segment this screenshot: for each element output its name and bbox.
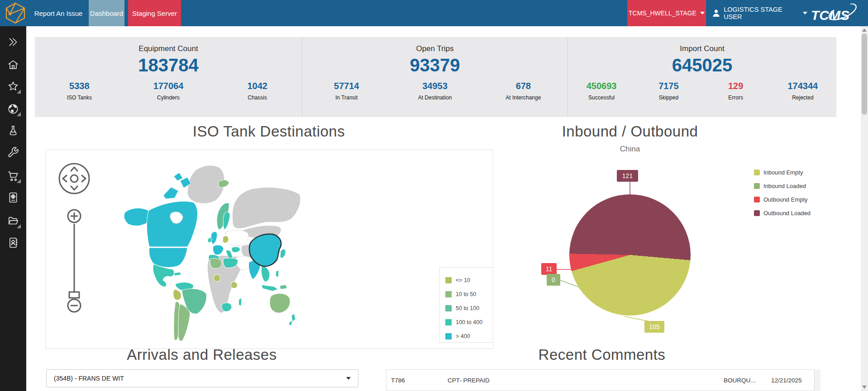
top-navbar: Report An Issue Dashboard Staging Server…	[0, 0, 868, 26]
flask-icon[interactable]	[7, 125, 19, 137]
app-logo[interactable]	[4, 2, 27, 24]
map-zoom-out-button[interactable]	[68, 299, 81, 312]
environment-dropdown[interactable]: TCMS_HWELL_STAGE	[627, 0, 706, 26]
map-legend-item[interactable]: 10 to 50	[445, 287, 493, 301]
legend-swatch	[445, 305, 452, 311]
pie-section-title: Inbound / Outbound	[517, 123, 743, 140]
stat-sub: 678 At Interchange	[479, 81, 568, 101]
comments-section-title: Recent Comments	[444, 346, 760, 363]
map-pan-control[interactable]	[59, 164, 89, 193]
sub-label: Chassis	[213, 94, 302, 101]
stat-title: Equipment Count	[35, 44, 302, 53]
map-legend-item[interactable]: <= 10	[445, 273, 493, 287]
map-legend: <= 10 10 to 50 50 to 100 100 to 400 > 40…	[439, 267, 493, 343]
sub-value: 174344	[769, 81, 836, 91]
stat-value: 183784	[35, 55, 302, 75]
pie-datalabel-inbound-loaded[interactable]: 0	[547, 274, 560, 286]
user-dropdown[interactable]: LOGISTICS STAGE USER	[711, 0, 807, 26]
map-legend-item[interactable]: > 400	[445, 329, 493, 343]
legend-label: Outbound Empty	[763, 196, 808, 203]
comment-author[interactable]: BOURQU...	[719, 377, 767, 384]
sub-label: Cylinders	[124, 94, 213, 101]
stat-sub: 450693 Successful	[568, 81, 635, 101]
pie-legend-item[interactable]: Outbound Loaded	[754, 206, 811, 220]
pie-datalabel-outbound-loaded[interactable]: 121	[617, 170, 638, 182]
pie-legend-item[interactable]: Inbound Loaded	[754, 179, 811, 193]
home-icon[interactable]	[7, 59, 19, 71]
stat-sub: 177064 Cylinders	[124, 81, 213, 101]
passport-icon[interactable]	[7, 192, 19, 203]
pie-legend-item[interactable]: Outbound Empty	[754, 193, 811, 206]
stat-sub: 57714 In Transit	[302, 81, 391, 101]
comment-description[interactable]: CPT- PREPAID	[443, 377, 719, 384]
nav-dashboard[interactable]: Dashboard	[89, 0, 124, 26]
legend-label: <= 10	[456, 277, 470, 283]
nav-staging-server[interactable]: Staging Server	[128, 0, 181, 26]
scroll-down-icon[interactable]	[862, 386, 867, 389]
arrivals-section-title: Arrivals and Releases	[43, 346, 360, 363]
map-country-china[interactable]	[249, 234, 281, 267]
stat-equipment-count: Equipment Count 183784 5338 ISO Tanks 17…	[35, 37, 302, 117]
stat-value: 93379	[302, 55, 568, 75]
legend-label: 50 to 100	[456, 305, 479, 311]
pie-legend: Inbound Empty Inbound Loaded Outbound Em…	[754, 165, 811, 220]
stat-sub: 129 Errors	[702, 81, 769, 101]
pie-section-subtitle: China	[517, 145, 743, 154]
star-icon[interactable]	[7, 80, 19, 92]
chevron-down-icon	[700, 12, 705, 14]
legend-swatch	[445, 333, 452, 339]
sub-value: 177064	[124, 81, 213, 91]
sub-value: 7175	[635, 81, 702, 91]
sub-value: 34953	[391, 81, 479, 91]
map-legend-item[interactable]: 100 to 400	[445, 315, 493, 329]
inbound-outbound-pie[interactable]	[569, 194, 691, 316]
pie-datalabel-outbound-empty[interactable]: 11	[541, 263, 557, 275]
vessel-select[interactable]: (354B) - FRANS DE WIT	[46, 369, 358, 387]
page-scrollbar[interactable]	[861, 26, 868, 391]
sub-label: Skipped	[635, 94, 702, 101]
legend-label: Inbound Loaded	[763, 183, 806, 189]
legend-swatch	[754, 210, 760, 216]
sidebar	[0, 26, 26, 391]
stat-sub: 174344 Rejected	[769, 81, 836, 101]
map-legend-item[interactable]: 50 to 100	[445, 301, 493, 315]
legend-swatch	[445, 291, 452, 297]
sub-label: Errors	[702, 94, 769, 101]
hexagon-logo-icon	[4, 2, 27, 24]
world-choropleth-map[interactable]	[120, 150, 493, 349]
brand-logo: TCMS	[810, 4, 860, 25]
map-controls	[54, 158, 95, 323]
nav-report-issue[interactable]: Report An Issue	[32, 0, 85, 26]
sub-label: Rejected	[769, 94, 836, 101]
legend-swatch	[754, 197, 760, 203]
stat-title: Open Trips	[302, 44, 568, 53]
comments-scrollbar[interactable]	[815, 369, 820, 391]
user-label: LOGISTICS STAGE USER	[724, 6, 799, 20]
legend-label: 10 to 50	[456, 291, 476, 297]
folder-icon[interactable]	[7, 215, 19, 227]
svg-text:TCMS: TCMS	[811, 8, 849, 23]
pie-datalabel-inbound-empty[interactable]: 105	[644, 321, 664, 333]
sub-value: 57714	[302, 81, 391, 91]
scrollbar-thumb[interactable]	[862, 33, 867, 115]
sidebar-expand-icon[interactable]	[7, 36, 19, 48]
stat-sub: 7175 Skipped	[635, 81, 702, 101]
cart-icon[interactable]	[7, 170, 19, 182]
stat-value: 645025	[568, 55, 836, 75]
comment-code[interactable]: T786	[386, 377, 443, 384]
map-zoom-in-button[interactable]	[68, 210, 81, 222]
chevron-down-icon	[346, 377, 351, 380]
map-section-title: ISO Tank Destinations	[88, 123, 450, 140]
scroll-up-icon[interactable]	[862, 28, 867, 32]
stat-open-trips: Open Trips 93379 57714 In Transit 34953 …	[302, 37, 568, 117]
comment-date[interactable]: 12/21/2025	[767, 377, 814, 384]
contacts-icon[interactable]	[7, 237, 19, 249]
wrench-icon[interactable]	[7, 146, 19, 158]
pie-legend-item[interactable]: Inbound Empty	[754, 165, 811, 179]
sub-label: ISO Tanks	[35, 94, 124, 101]
sub-value: 678	[479, 81, 568, 91]
map-zoom-slider-handle[interactable]	[69, 292, 79, 298]
sub-value: 450693	[568, 81, 635, 91]
stat-import-count: Import Count 645025 450693 Successful 71…	[568, 37, 836, 117]
globe-icon[interactable]	[7, 103, 19, 115]
